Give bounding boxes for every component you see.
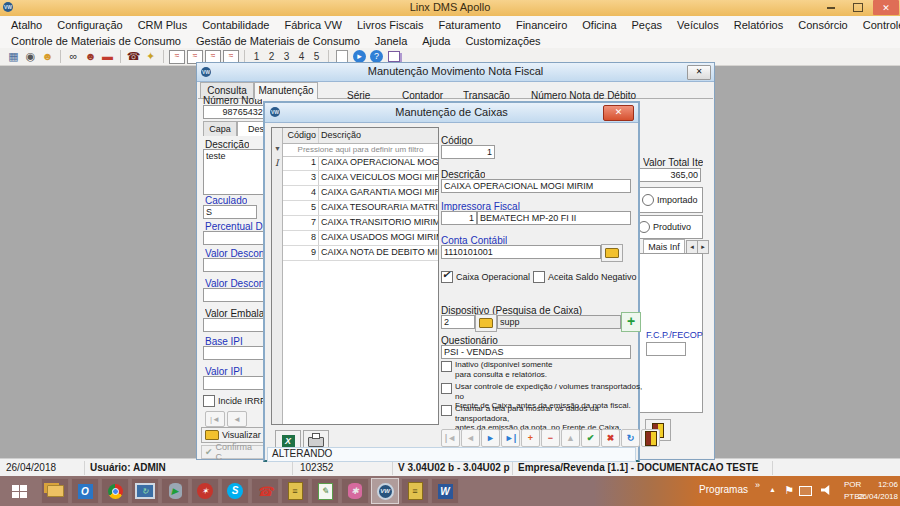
nav-insert-button[interactable]: +	[521, 429, 540, 447]
menu-item-controle-de-locacoes[interactable]: Controle de Locações	[856, 18, 900, 32]
nav-exit-button[interactable]	[641, 429, 660, 447]
visualizar-button[interactable]: Visualizar	[201, 427, 265, 443]
clock[interactable]: 12:0626/04/2018	[858, 479, 898, 503]
produtivo-radio[interactable]: Produtivo	[638, 221, 691, 233]
tab-scroll-right-button[interactable]: ▸	[697, 240, 709, 254]
nav-delete-button[interactable]: −	[541, 429, 560, 447]
menu-item-janela[interactable]: Janela	[368, 34, 415, 48]
field-base-ipi-4[interactable]	[203, 346, 265, 360]
menu-item-relatorios[interactable]: Relatórios	[727, 18, 792, 32]
mw-nav-prev-button[interactable]: ◄	[227, 411, 247, 427]
caculado-select[interactable]: S	[203, 205, 257, 219]
aceita-saldo-negativo-checkbox[interactable]: Aceita Saldo Negativo	[533, 271, 637, 283]
consultant-icon[interactable]: ☻	[82, 49, 99, 64]
system-restore-icon[interactable]: ↻	[131, 478, 159, 504]
dispositivo-browse-button[interactable]	[475, 314, 497, 332]
user-icon[interactable]: ☻	[39, 49, 56, 64]
nav-refresh-button[interactable]: ↻	[621, 429, 640, 447]
file-cabinet-icon[interactable]: ≡	[281, 478, 309, 504]
speaker-icon[interactable]	[821, 485, 832, 495]
shortcut-5-button[interactable]: 5	[309, 51, 324, 62]
menu-item-customizacoes[interactable]: Customizações	[458, 34, 548, 48]
binoculars-icon[interactable]: ∞	[65, 49, 82, 64]
field-valor-embalage-3[interactable]	[203, 318, 265, 332]
column-header-codigo[interactable]: Código	[283, 128, 319, 143]
nav-edit-button[interactable]: ▲	[561, 429, 580, 447]
menu-item-faturamento[interactable]: Faturamento	[432, 18, 509, 32]
menu-item-atalho[interactable]: Atalho	[4, 18, 50, 32]
column-header-descricao[interactable]: Descrição	[319, 128, 438, 143]
grid-row-4[interactable]: 4CAIXA GARANTIA MOGI MIRIM	[283, 186, 438, 201]
dialog-titlebar[interactable]: VW Manutenção de Caixas ✕	[265, 103, 638, 123]
menu-item-pecas[interactable]: Peças	[625, 18, 671, 32]
tab-manutencao[interactable]: Manutenção	[254, 82, 318, 99]
tab-capa[interactable]: Capa	[203, 121, 237, 136]
shortcut-4-button[interactable]: 4	[294, 51, 309, 62]
close-button[interactable]: ✕	[873, 0, 899, 15]
nav-post-button[interactable]: ✔	[581, 429, 600, 447]
menu-item-ajuda[interactable]: Ajuda	[415, 34, 458, 48]
word-icon[interactable]: W	[431, 478, 459, 504]
fcp-fecop-field[interactable]	[646, 342, 686, 356]
nav-last-button[interactable]: ►|	[501, 429, 520, 447]
action-center-flag-icon[interactable]: ⚑	[784, 484, 794, 497]
nav-prev-button[interactable]: ◄	[461, 429, 480, 447]
descricao-textarea[interactable]: teste	[203, 149, 269, 195]
incide-irrf-checkbox[interactable]: Incide IRRF	[203, 395, 266, 407]
tab-mais-informacoes[interactable]: Mais Inf	[643, 239, 685, 254]
conta-contabil-field[interactable]: 1110101001	[441, 245, 601, 259]
menu-item-veiculos[interactable]: Veículos	[670, 18, 727, 32]
field-valor-desconto-2[interactable]	[203, 288, 265, 302]
shortcut-1-button[interactable]: 1	[249, 51, 264, 62]
network-icon[interactable]	[799, 486, 812, 496]
main-window-titlebar[interactable]: VW Manutenção Movimento Nota Fiscal ✕	[197, 63, 714, 82]
nav-next-button[interactable]: ►	[481, 429, 500, 447]
menu-item-oficina[interactable]: Oficina	[575, 18, 624, 32]
grid-row-1[interactable]: 1CAIXA OPERACIONAL MOGI M	[283, 156, 438, 171]
maximize-button[interactable]	[845, 0, 871, 15]
importado-radio[interactable]: Importado	[642, 194, 698, 206]
impressora-select[interactable]: BEMATECH MP-20 FI II	[477, 211, 631, 225]
minimize-button[interactable]	[818, 0, 844, 15]
dlg-descricao-field[interactable]: CAIXA OPERACIONAL MOGI MIRIM	[441, 179, 631, 193]
menu-item-livros-fiscais[interactable]: Livros Fiscais	[350, 18, 432, 32]
branch-icon[interactable]: ▦	[5, 49, 22, 64]
field-percentual-des-0[interactable]	[203, 231, 265, 245]
menu-item-consorcio[interactable]: Consórcio	[791, 18, 856, 32]
menu-item-financeiro[interactable]: Financeiro	[509, 18, 575, 32]
menu-item-crm-plus[interactable]: CRM Plus	[131, 18, 196, 32]
grid-row-3[interactable]: 3CAIXA VEICULOS MOGI MIRIM	[283, 171, 438, 186]
menu-item-controle-de-materiais-de-consumo[interactable]: Controle de Materiais de Consumo	[4, 34, 189, 48]
menu-item-configuracao[interactable]: Configuração	[50, 18, 130, 32]
database-run-icon[interactable]: ▶	[161, 478, 189, 504]
window-icon[interactable]	[388, 51, 400, 62]
codigo-field[interactable]: 1	[441, 145, 495, 159]
shortcut-2-button[interactable]: 2	[264, 51, 279, 62]
menu-item-contabilidade[interactable]: Contabilidade	[195, 18, 277, 32]
mw-nav-first-button[interactable]: |◄	[205, 411, 225, 427]
caixa-operacional-checkbox[interactable]: Caixa Operacional	[441, 271, 530, 283]
dialog-close-button[interactable]: ✕	[603, 105, 634, 121]
skype-icon[interactable]: S	[221, 478, 249, 504]
menu-item-fabrica-vw[interactable]: Fábrica VW	[277, 18, 349, 32]
phone-icon[interactable]: ☎	[125, 49, 142, 64]
impressora-num-field[interactable]: 1	[441, 211, 477, 225]
grid-row-8[interactable]: 8CAIXA USADOS MOGI MIRIM	[283, 231, 438, 246]
add-dispositivo-button[interactable]: +	[621, 312, 641, 332]
database-admin-icon[interactable]: ✱	[341, 478, 369, 504]
shortcut-3-button[interactable]: 3	[279, 51, 294, 62]
menu-item-gestao-de-materiais-de-consumo[interactable]: Gestão de Materiais de Consumo	[189, 34, 368, 48]
conta-browse-button[interactable]	[601, 244, 623, 262]
dispositivo-num-field[interactable]: 2	[441, 315, 475, 329]
programas-toolbar[interactable]: Programas	[699, 484, 748, 495]
chart-report-1-icon[interactable]: ≈	[169, 50, 185, 64]
file-explorer-icon[interactable]	[41, 478, 69, 504]
questionario-select[interactable]: PSI - VENDAS	[441, 345, 631, 359]
grid-row-9[interactable]: 9CAIXA NOTA DE DEBITO MIRIM	[283, 246, 438, 261]
nav-cancel-button[interactable]: ✖	[601, 429, 620, 447]
nav-first-button[interactable]: |◄	[441, 429, 460, 447]
main-window-close-button[interactable]: ✕	[687, 65, 711, 80]
red-app-icon[interactable]: ✶	[191, 478, 219, 504]
grid-row-7[interactable]: 7CAIXA TRANSITORIO MIRIM	[283, 216, 438, 231]
briefcase-icon[interactable]: ✦	[142, 49, 159, 64]
